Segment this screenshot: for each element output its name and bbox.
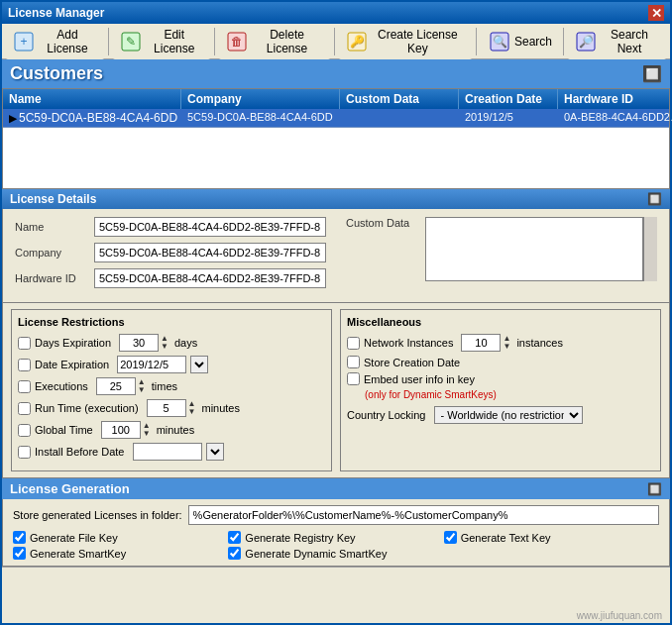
date-expiration-label: Date Expiration bbox=[35, 359, 109, 370]
col-company: Company bbox=[181, 89, 340, 109]
delete-license-button[interactable]: 🗑 Delete License bbox=[219, 24, 329, 59]
run-time-checkbox[interactable] bbox=[18, 402, 31, 415]
install-before-select[interactable] bbox=[206, 443, 224, 461]
embed-user-checkbox[interactable] bbox=[347, 372, 360, 385]
svg-text:✎: ✎ bbox=[126, 35, 136, 49]
install-before-row: Install Before Date bbox=[18, 443, 325, 461]
executions-spin-wrapper: ▲ ▼ bbox=[96, 377, 146, 395]
customers-title: Customers bbox=[10, 63, 103, 84]
custom-data-input[interactable] bbox=[425, 217, 643, 281]
watermark: www.jiufuquan.com bbox=[577, 610, 662, 621]
run-time-spin-arrows: ▲ ▼ bbox=[188, 400, 196, 416]
hardware-id-input[interactable] bbox=[94, 268, 326, 288]
company-input[interactable] bbox=[94, 243, 326, 262]
days-down-arrow[interactable]: ▼ bbox=[161, 343, 168, 351]
separator-2 bbox=[214, 28, 215, 55]
global-time-down-arrow[interactable]: ▼ bbox=[143, 430, 151, 438]
global-time-checkbox[interactable] bbox=[18, 424, 31, 437]
date-expiration-select[interactable] bbox=[190, 356, 208, 373]
generation-body: Store generated Licenses in folder: Gene… bbox=[2, 499, 670, 567]
days-value-input[interactable] bbox=[119, 334, 159, 352]
col-hardware-id: Hardware ID bbox=[558, 89, 672, 109]
license-details-title: License Details bbox=[10, 192, 96, 206]
run-time-down-arrow[interactable]: ▼ bbox=[188, 408, 196, 416]
svg-text:🔍: 🔍 bbox=[493, 34, 507, 49]
embed-user-note: (only for Dynamic SmartKeys) bbox=[365, 389, 654, 400]
store-creation-checkbox[interactable] bbox=[347, 356, 360, 368]
search-next-button[interactable]: 🔎 Search Next bbox=[568, 24, 666, 59]
executions-label: Executions bbox=[35, 380, 88, 392]
edit-license-button[interactable]: ✎ Edit License bbox=[113, 24, 210, 59]
close-button[interactable]: ✕ bbox=[648, 5, 664, 21]
search-button[interactable]: 🔍 Search bbox=[481, 26, 559, 57]
date-expiration-input[interactable] bbox=[117, 356, 186, 373]
license-details-body: Name Company Hardware ID Custom Data bbox=[2, 209, 670, 303]
license-details-header: License Details 🔲 bbox=[2, 189, 670, 209]
create-key-label: Create License Key bbox=[371, 28, 465, 55]
main-window: License Manager ✕ + Add License ✎ Edit L… bbox=[0, 0, 672, 625]
exec-down-arrow[interactable]: ▼ bbox=[138, 386, 146, 394]
search-label: Search bbox=[514, 35, 552, 49]
row-hardware-id: 0A-BE88-4CA4-6DD2-8E39-7 bbox=[558, 109, 672, 127]
customers-section-header: Customers 🔲 bbox=[2, 59, 670, 88]
restrictions-title: License Restrictions bbox=[18, 316, 325, 328]
custom-data-field-row: Custom Data bbox=[346, 217, 657, 281]
gen-file-key-checkbox[interactable] bbox=[13, 531, 26, 544]
gen-dynamic-smartkey-checkbox[interactable] bbox=[228, 547, 241, 560]
row-creation-date: 2019/12/5 bbox=[459, 109, 558, 127]
network-instances-checkbox[interactable] bbox=[347, 337, 360, 350]
generation-checkboxes: Generate File Key Generate Registry Key … bbox=[13, 531, 659, 560]
days-expiration-label: Days Expiration bbox=[35, 337, 111, 349]
folder-input[interactable] bbox=[188, 505, 659, 525]
row-company: 5C59-DC0A-BE88-4CA4-6DD bbox=[181, 109, 340, 127]
gen-dynamic-smartkey-item: Generate Dynamic SmartKey bbox=[228, 547, 443, 560]
executions-checkbox[interactable] bbox=[18, 380, 31, 393]
separator-1 bbox=[108, 28, 109, 55]
custom-data-scrollbar[interactable] bbox=[643, 217, 657, 281]
table-body: ▶ 5C59-DC0A-BE88-4CA4-6DD 5C59-DC0A-BE88… bbox=[3, 109, 669, 188]
gen-text-key-item: Generate Text Key bbox=[444, 531, 659, 544]
name-input[interactable] bbox=[94, 217, 326, 237]
days-spin-wrapper: ▲ ▼ bbox=[119, 334, 168, 352]
country-locking-label: Country Locking bbox=[347, 409, 426, 421]
add-license-icon: + bbox=[13, 30, 35, 53]
table-row[interactable]: ▶ 5C59-DC0A-BE88-4CA4-6DD 5C59-DC0A-BE88… bbox=[3, 109, 669, 128]
separator-3 bbox=[334, 28, 335, 55]
col-custom-data: Custom Data bbox=[340, 89, 459, 109]
network-instances-row: Network Instances ▲ ▼ instances bbox=[347, 334, 654, 352]
run-time-value-input[interactable] bbox=[147, 399, 186, 417]
days-expiration-row: Days Expiration ▲ ▼ days bbox=[18, 334, 325, 352]
window-title: License Manager bbox=[8, 6, 104, 20]
edit-license-label: Edit License bbox=[145, 28, 203, 55]
create-key-icon: 🔑 bbox=[346, 30, 368, 53]
gen-smartkey-checkbox[interactable] bbox=[13, 547, 26, 560]
create-key-button[interactable]: 🔑 Create License Key bbox=[339, 24, 472, 59]
run-time-label: Run Time (execution) bbox=[35, 402, 139, 414]
folder-label: Store generated Licenses in folder: bbox=[13, 509, 182, 521]
gen-file-key-item: Generate File Key bbox=[13, 531, 228, 544]
days-expiration-checkbox[interactable] bbox=[18, 337, 31, 350]
search-next-icon: 🔎 bbox=[575, 30, 597, 53]
add-license-button[interactable]: + Add License bbox=[6, 24, 104, 59]
country-locking-select[interactable]: - Worldwide (no restriction) bbox=[434, 406, 583, 424]
company-field-row: Company bbox=[15, 243, 326, 262]
install-before-checkbox[interactable] bbox=[18, 446, 31, 459]
gen-registry-key-checkbox[interactable] bbox=[228, 531, 241, 544]
network-instances-input[interactable] bbox=[461, 334, 501, 352]
network-instances-unit: instances bbox=[516, 337, 562, 349]
customers-icon: 🔲 bbox=[642, 64, 662, 83]
embed-user-label: Embed user info in key bbox=[364, 373, 475, 385]
executions-value-input[interactable] bbox=[96, 377, 136, 395]
run-time-row: Run Time (execution) ▲ ▼ minutes bbox=[18, 399, 325, 417]
global-time-value-input[interactable] bbox=[101, 421, 141, 439]
date-expiration-checkbox[interactable] bbox=[18, 359, 31, 371]
table-header: Name Company Custom Data Creation Date H… bbox=[3, 89, 669, 109]
network-spin-arrows: ▲ ▼ bbox=[503, 335, 510, 351]
details-right: Custom Data bbox=[336, 217, 657, 294]
global-time-spin-wrapper: ▲ ▼ bbox=[101, 421, 151, 439]
gen-text-key-checkbox[interactable] bbox=[444, 531, 457, 544]
generation-icon: 🔲 bbox=[647, 482, 662, 496]
install-before-input[interactable] bbox=[133, 443, 202, 461]
network-down-arrow[interactable]: ▼ bbox=[503, 343, 510, 351]
store-creation-label: Store Creation Date bbox=[364, 357, 460, 368]
